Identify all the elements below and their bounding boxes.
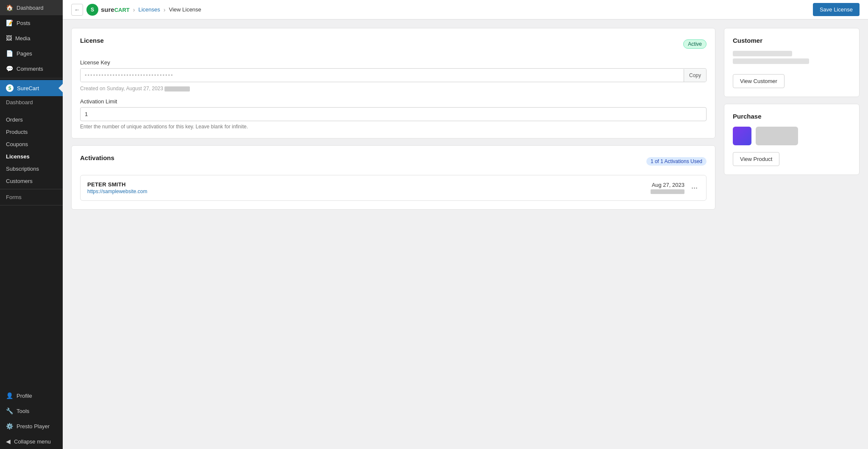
sidebar-label: Dashboard xyxy=(17,5,44,11)
surecart-icon: S xyxy=(6,84,14,92)
activation-row: PETER SMITH https://samplewebsite.com Au… xyxy=(80,175,707,201)
dashboard-icon: 🏠 xyxy=(6,4,13,11)
sidebar-item-presto-player[interactable]: ⚙️ Presto Player xyxy=(0,419,63,434)
sidebar-item-tools[interactable]: 🔧 Tools xyxy=(0,403,63,419)
license-header: License Active xyxy=(80,37,707,51)
activations-card: Activations 1 of 1 Activations Used PETE… xyxy=(71,145,715,210)
breadcrumb-current: View License xyxy=(169,6,201,13)
product-thumbnail-purple xyxy=(733,127,751,145)
activation-date-value: Aug 27, 2023 xyxy=(652,182,684,188)
logo-icon: S xyxy=(86,4,98,16)
media-icon: 🖼 xyxy=(6,35,12,42)
customer-title: Customer xyxy=(733,37,851,44)
pages-icon: 📄 xyxy=(6,50,13,57)
surecart-logo: S sureCART xyxy=(86,4,130,16)
back-button[interactable]: ← xyxy=(71,4,83,16)
sidebar-bottom: 👤 Profile 🔧 Tools ⚙️ Presto Player ◀ Col… xyxy=(0,388,63,449)
activation-hint: Enter the number of unique activations f… xyxy=(80,124,707,130)
divider2 xyxy=(0,189,63,189)
created-text: Created on Sunday, August 27, 2023 xyxy=(80,86,707,91)
customer-email-blurred xyxy=(733,58,809,64)
sidebar-label: Media xyxy=(15,35,30,42)
breadcrumb-licenses[interactable]: Licenses xyxy=(138,6,160,13)
more-options-button[interactable]: ··· xyxy=(690,182,699,194)
sidebar-label: Tools xyxy=(17,408,29,414)
sidebar-item-dashboard[interactable]: 🏠 Dashboard xyxy=(0,0,63,15)
divider3 xyxy=(0,205,63,205)
activation-info: PETER SMITH https://samplewebsite.com xyxy=(87,181,147,194)
sidebar-sub-coupons[interactable]: Coupons xyxy=(0,138,63,150)
breadcrumb-sep2: › xyxy=(164,6,166,13)
activations-badge: 1 of 1 Activations Used xyxy=(646,157,707,166)
customer-name-blurred xyxy=(733,51,792,56)
chevron-icon xyxy=(58,84,63,92)
sidebar-label: Presto Player xyxy=(17,423,50,430)
presto-icon: ⚙️ xyxy=(6,423,13,430)
sidebar-item-profile[interactable]: 👤 Profile xyxy=(0,388,63,403)
profile-icon: 👤 xyxy=(6,392,13,399)
sidebar-item-pages[interactable]: 📄 Pages xyxy=(0,46,63,61)
side-column: Customer View Customer Purchase View Pro… xyxy=(724,28,860,441)
license-card: License Active License Key Copy Created … xyxy=(71,28,715,139)
divider xyxy=(0,78,63,78)
breadcrumb-sep1: › xyxy=(133,6,135,13)
posts-icon: 📝 xyxy=(6,19,13,26)
purchase-title: Purchase xyxy=(733,113,851,120)
customer-card: Customer View Customer xyxy=(724,28,860,97)
sidebar-label: Posts xyxy=(17,20,31,26)
save-license-button[interactable]: Save License xyxy=(813,3,860,16)
breadcrumb: ← S sureCART › Licenses › View License xyxy=(71,4,201,16)
logo-text: sureCART xyxy=(101,6,130,13)
sidebar-label: Comments xyxy=(17,66,43,72)
view-product-button[interactable]: View Product xyxy=(733,152,779,166)
activations-header: Activations 1 of 1 Activations Used xyxy=(80,154,707,168)
topbar: ← S sureCART › Licenses › View License S… xyxy=(63,0,868,19)
sidebar-item-collapse[interactable]: ◀ Collapse menu xyxy=(0,434,63,449)
activations-title: Activations xyxy=(80,154,114,161)
activation-limit-input[interactable] xyxy=(80,107,707,121)
sidebar-sub-products[interactable]: Products xyxy=(0,126,63,138)
sidebar-sub-dashboard[interactable]: Dashboard xyxy=(0,96,63,108)
view-customer-button[interactable]: View Customer xyxy=(733,74,785,88)
content-area: License Active License Key Copy Created … xyxy=(63,19,868,449)
purchase-thumbnails xyxy=(733,127,851,145)
collapse-icon: ◀ xyxy=(6,438,11,445)
main-column: License Active License Key Copy Created … xyxy=(71,28,715,441)
comments-icon: 💬 xyxy=(6,65,13,72)
sidebar-item-surecart[interactable]: S SureCart xyxy=(0,80,63,96)
sidebar-item-media[interactable]: 🖼 Media xyxy=(0,30,63,46)
activation-limit-label: Activation Limit xyxy=(80,98,707,105)
sidebar-label: Collapse menu xyxy=(14,438,51,445)
surecart-label: SureCart xyxy=(17,85,39,91)
created-blurred xyxy=(164,86,190,91)
sidebar: 🏠 Dashboard 📝 Posts 🖼 Media 📄 Pages 💬 Co… xyxy=(0,0,63,449)
copy-button[interactable]: Copy xyxy=(684,69,706,82)
sidebar-item-comments[interactable]: 💬 Comments xyxy=(0,61,63,76)
sidebar-sub-subscriptions[interactable]: Subscriptions xyxy=(0,163,63,175)
activation-name: PETER SMITH xyxy=(87,181,147,188)
main-area: ← S sureCART › Licenses › View License S… xyxy=(63,0,868,449)
license-title: License xyxy=(80,37,104,44)
status-badge: Active xyxy=(683,39,707,49)
sidebar-section xyxy=(0,108,63,114)
license-key-field: Copy xyxy=(80,68,707,82)
product-thumbnail-blurred xyxy=(756,127,798,145)
activation-blurred xyxy=(651,189,684,194)
created-date: Created on Sunday, August 27, 2023 xyxy=(80,86,163,91)
sidebar-sub-orders[interactable]: Orders xyxy=(0,114,63,126)
sidebar-sub-forms[interactable]: Forms xyxy=(0,191,63,203)
activation-date: Aug 27, 2023 xyxy=(651,182,684,194)
sidebar-sub-licenses[interactable]: Licenses xyxy=(0,150,63,163)
license-key-input[interactable] xyxy=(81,69,684,82)
tools-icon: 🔧 xyxy=(6,407,13,414)
sidebar-item-posts[interactable]: 📝 Posts xyxy=(0,15,63,30)
license-key-label: License Key xyxy=(80,59,707,66)
sidebar-label: Pages xyxy=(17,50,32,57)
purchase-card: Purchase View Product xyxy=(724,104,860,175)
sidebar-label: Profile xyxy=(17,393,32,399)
sidebar-sub-customers[interactable]: Customers xyxy=(0,175,63,187)
activation-url: https://samplewebsite.com xyxy=(87,188,147,194)
